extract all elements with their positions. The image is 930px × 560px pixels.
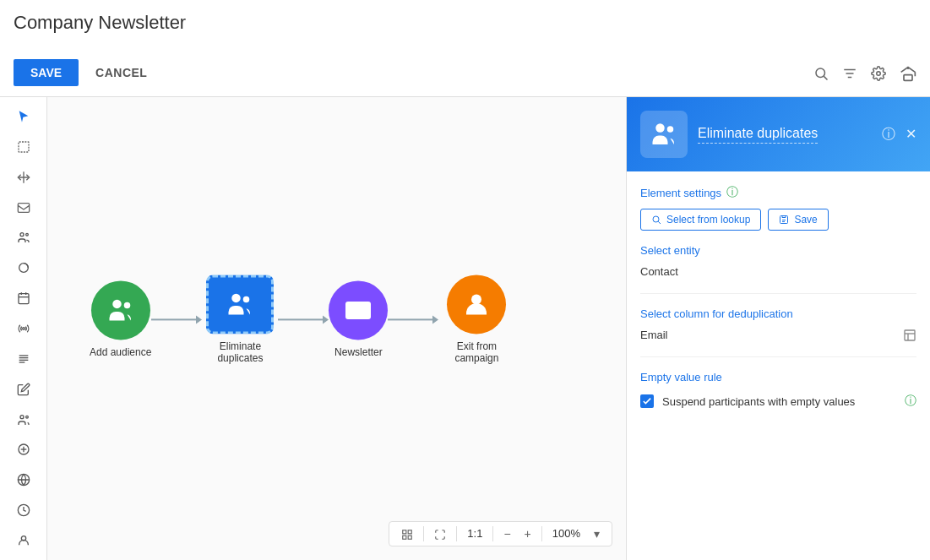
- canvas-controls: 1:1 − + 100% ▾: [389, 521, 612, 546]
- panel-node-icon: [640, 111, 688, 158]
- sidebar-globe[interactable]: [10, 467, 37, 492]
- separator-2: [456, 526, 457, 541]
- sidebar-clock[interactable]: [10, 497, 37, 523]
- header-toolbar: SAVE CANCEL: [14, 59, 916, 96]
- connector-arrow-2: [323, 315, 329, 323]
- canvas-content: Add audience Eliminate duplicates: [47, 97, 626, 560]
- select-entity-label: Select entity: [640, 244, 916, 257]
- zoom-dropdown-button[interactable]: ▾: [589, 525, 605, 542]
- header: Company Newsletter SAVE CANCEL: [0, 0, 930, 97]
- node-icon-exit: [447, 275, 506, 334]
- sidebar-calendar[interactable]: [10, 285, 37, 311]
- node-add-audience[interactable]: Add audience: [90, 280, 151, 358]
- connector-3: [388, 315, 438, 323]
- sidebar-move[interactable]: [10, 165, 37, 190]
- connector-arrow-3: [432, 315, 438, 323]
- empty-value-rule-label: Empty value rule: [640, 371, 916, 383]
- select-entity-section: Select entity Contact: [640, 244, 916, 294]
- main-layout: Add audience Eliminate duplicates: [0, 97, 930, 560]
- search-icon[interactable]: [813, 64, 829, 82]
- grid-view-button[interactable]: [396, 525, 418, 542]
- connector-line-1: [151, 318, 197, 320]
- select-from-lookup-button[interactable]: Select from lookup: [640, 209, 761, 231]
- node-icon-eliminate: [206, 275, 274, 334]
- sidebar-add-node[interactable]: [10, 437, 37, 462]
- sidebar-email[interactable]: [10, 195, 37, 220]
- svg-point-29: [112, 300, 122, 309]
- svg-rect-37: [403, 536, 406, 539]
- panel-close-icon[interactable]: ✕: [906, 126, 916, 144]
- sidebar-segment[interactable]: [10, 255, 37, 280]
- svg-point-41: [653, 216, 659, 222]
- sidebar-audience[interactable]: [10, 225, 37, 250]
- svg-point-0: [816, 68, 825, 78]
- connector-1: [151, 315, 202, 323]
- select-column-section: Select column for deduplication Email: [640, 307, 916, 357]
- svg-point-5: [877, 72, 881, 76]
- svg-point-22: [25, 416, 28, 418]
- filter-icon[interactable]: [842, 64, 857, 82]
- canvas[interactable]: Add audience Eliminate duplicates: [47, 97, 626, 560]
- sidebar-person[interactable]: [10, 528, 37, 553]
- select-column-label: Select column for deduplication: [640, 307, 916, 320]
- svg-point-34: [471, 294, 481, 304]
- svg-line-1: [824, 76, 827, 79]
- svg-point-40: [667, 126, 674, 133]
- svg-point-9: [20, 233, 24, 237]
- sidebar-group[interactable]: [10, 407, 37, 432]
- fullscreen-button[interactable]: [429, 525, 451, 542]
- left-sidebar: [0, 97, 47, 560]
- settings-icon[interactable]: [871, 64, 886, 82]
- suspend-checkbox[interactable]: [640, 394, 654, 408]
- sidebar-cursor[interactable]: [10, 104, 37, 129]
- zoom-in-button[interactable]: +: [519, 525, 536, 542]
- svg-point-32: [243, 296, 250, 303]
- save-button[interactable]: SAVE: [14, 59, 79, 86]
- svg-point-21: [20, 415, 24, 418]
- separator-4: [541, 526, 542, 541]
- flow-diagram: Add audience Eliminate duplicates: [90, 275, 514, 364]
- sidebar-select[interactable]: [10, 134, 37, 160]
- panel-body: Element settings ⓘ Select from lookup Sa…: [627, 171, 930, 448]
- connector-arrow-1: [196, 315, 202, 323]
- cancel-button[interactable]: CANCEL: [85, 59, 157, 86]
- zoom-out-button[interactable]: −: [498, 525, 515, 542]
- connector-2: [278, 315, 329, 323]
- panel-info-icon[interactable]: ⓘ: [882, 126, 895, 144]
- toolbar-right: [813, 63, 916, 81]
- node-eliminate-duplicates[interactable]: Eliminate duplicates: [202, 275, 278, 364]
- node-label-newsletter: Newsletter: [334, 346, 383, 358]
- panel-title: Eliminate duplicates: [698, 126, 818, 144]
- node-label-add-audience: Add audience: [90, 346, 151, 358]
- svg-rect-38: [408, 536, 411, 539]
- node-label-eliminate: Eliminate duplicates: [202, 340, 278, 364]
- separator-3: [492, 526, 493, 541]
- element-settings-info-icon[interactable]: ⓘ: [726, 185, 738, 200]
- node-icon-add-audience: [91, 280, 150, 340]
- connector-line-2: [278, 318, 324, 320]
- zoom-value: 100%: [547, 527, 585, 540]
- svg-rect-35: [403, 530, 406, 534]
- entity-value: Contact: [640, 262, 916, 281]
- suspend-label: Suspend participants with empty values: [662, 395, 896, 408]
- node-exit-campaign[interactable]: Exit from campaign: [438, 275, 514, 364]
- sidebar-signal[interactable]: [10, 316, 37, 341]
- page-title: Company Newsletter: [14, 0, 916, 34]
- svg-rect-8: [18, 203, 29, 212]
- suspend-info-icon[interactable]: ⓘ: [905, 394, 916, 409]
- svg-rect-44: [905, 330, 915, 340]
- element-settings-label: Element settings ⓘ: [640, 185, 916, 200]
- suspend-row: Suspend participants with empty values ⓘ: [640, 394, 916, 409]
- node-label-exit: Exit from campaign: [438, 340, 514, 364]
- column-edit-icon[interactable]: [903, 328, 916, 342]
- connector-line-3: [388, 318, 433, 320]
- ratio-label: 1:1: [462, 527, 487, 540]
- action-buttons: Select from lookup Save: [640, 209, 916, 231]
- svg-point-30: [123, 302, 130, 309]
- node-newsletter[interactable]: Newsletter: [329, 280, 388, 358]
- sidebar-list[interactable]: [10, 346, 37, 372]
- save-settings-button[interactable]: Save: [768, 209, 828, 231]
- svg-point-16: [22, 328, 24, 330]
- help-icon[interactable]: [900, 63, 916, 81]
- sidebar-edit[interactable]: [10, 377, 37, 402]
